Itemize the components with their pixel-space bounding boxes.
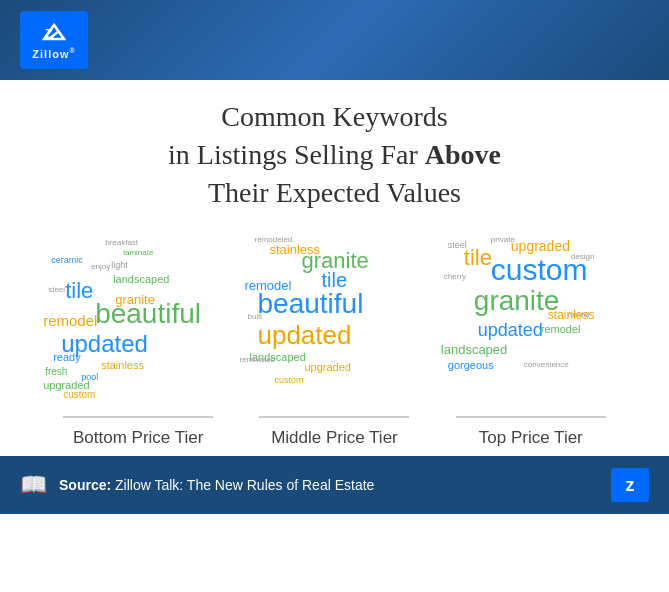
cloud-label-1: Bottom Price Tier <box>73 428 203 448</box>
cloud-divider-3 <box>456 416 606 418</box>
word: convenience <box>524 361 569 370</box>
header: Z Zillow® <box>0 0 669 80</box>
word: stainless <box>548 309 595 322</box>
cloud-divider-1 <box>63 416 213 418</box>
footer-source: Source: Zillow Talk: The New Rules of Re… <box>59 477 611 493</box>
word: cherry <box>444 273 466 282</box>
word-clouds-row: breakfast laminate ceramic enjoy light l… <box>30 231 639 448</box>
word: remodel <box>541 323 581 335</box>
word: ready <box>53 351 81 363</box>
footer-logo-z: z <box>626 475 635 496</box>
word: steel <box>48 286 65 295</box>
word: fresh <box>45 366 67 377</box>
cloud-top: private steel upgraded design tile cherr… <box>433 231 628 448</box>
word: landscaped <box>113 273 169 285</box>
zillow-logo: Z Zillow® <box>20 11 88 69</box>
word: gorgeous <box>448 359 494 371</box>
main-title: Common Keywords in Listings Selling Far … <box>30 98 639 211</box>
word: ceramic <box>51 256 83 266</box>
cloud-label-3: Top Price Tier <box>479 428 583 448</box>
word: custom <box>63 389 95 400</box>
word: upgraded <box>304 361 351 373</box>
word: custom <box>491 253 588 286</box>
word-cloud-3: private steel upgraded design tile cherr… <box>436 231 626 406</box>
word: enjoy <box>91 263 110 272</box>
word: light <box>111 261 128 271</box>
word: custom <box>274 376 303 386</box>
word: beautiful <box>257 289 363 320</box>
footer: 📖 Source: Zillow Talk: The New Rules of … <box>0 456 669 514</box>
word: updated <box>478 321 543 341</box>
footer-zillow-logo: z <box>611 468 649 502</box>
word: granite <box>474 286 560 317</box>
word: remodel <box>43 313 97 330</box>
word-cloud-2: remodeled stainless granite remodel tile… <box>239 231 429 406</box>
word: tile <box>464 246 492 270</box>
word: updated <box>257 321 351 350</box>
svg-text:Z: Z <box>45 26 53 41</box>
word-cloud-1: breakfast laminate ceramic enjoy light l… <box>43 231 233 406</box>
word: renovated <box>239 356 275 365</box>
word: beautiful <box>95 299 201 330</box>
logo-z-icon: Z <box>40 21 68 47</box>
logo-name: Zillow® <box>32 47 75 60</box>
cloud-label-2: Middle Price Tier <box>271 428 398 448</box>
cloud-bottom: breakfast laminate ceramic enjoy light l… <box>41 231 236 448</box>
word: landscaped <box>441 343 508 357</box>
word: breakfast <box>105 239 138 248</box>
word: laminate <box>123 249 153 258</box>
cloud-middle: remodeled stainless granite remodel tile… <box>237 231 432 448</box>
word: stainless <box>101 359 144 371</box>
word: tile <box>65 279 93 303</box>
cloud-divider-2 <box>259 416 409 418</box>
book-icon: 📖 <box>20 472 47 498</box>
main-content: Common Keywords in Listings Selling Far … <box>0 80 669 448</box>
